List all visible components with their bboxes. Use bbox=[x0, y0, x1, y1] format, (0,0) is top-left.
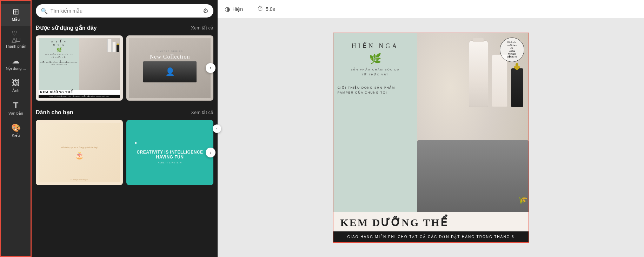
canvas-right-panel: 🌾 Dành chongười bạnđã:HOÀNTHÀNHVIỆC KHÓ bbox=[417, 33, 529, 212]
for-you-section-title: Dành cho bạn bbox=[36, 109, 73, 116]
canvas-footer: GIAO HÀNG MIỄN PHÍ CHO TẤT CẢ CÁC ĐƠN ĐẶ… bbox=[333, 231, 529, 242]
card1-intro: GIỚI THIỆU DÒNG SẢN PHẨM PAMPER CỦA CHÚN… bbox=[40, 61, 78, 66]
search-input[interactable] bbox=[51, 8, 200, 14]
card3-text: Wishing you a happy birthday! bbox=[60, 146, 98, 149]
design-canvas[interactable]: HIỂN NGA 🌿 SẢN PHẨM CHĂM SÓC DA TỪ THỰC … bbox=[333, 33, 529, 243]
template-card-creativity[interactable]: " CREATIVITY IS INTELLIGENCE HAVING FUN … bbox=[126, 120, 213, 185]
upload-icon: ☁ bbox=[12, 57, 20, 65]
template-card-new-collection[interactable]: LIMITED SERIES New Collection 👤 SPRING /… bbox=[126, 35, 213, 101]
components-icon: ♡△□ bbox=[12, 30, 20, 43]
template-card-birthday[interactable]: Wishing you a happy birthday! 🎂 I'll alw… bbox=[36, 120, 123, 185]
main-area: ◑ Hiện ⏱ 5.0s HIỂN NGA 🌿 SẢN PHẨM CHĂM bbox=[218, 0, 644, 257]
recent-carousel-next[interactable]: › bbox=[206, 63, 215, 73]
card2-footer: SPRING / SUMMER 2024 bbox=[154, 84, 186, 86]
duration-label: 5.0s bbox=[266, 6, 275, 12]
canvas-left-panel: HIỂN NGA 🌿 SẢN PHẨM CHĂM SÓC DA TỪ THỰC … bbox=[333, 33, 417, 212]
sidebar-item-anh[interactable]: 🖼 Ảnh bbox=[1, 75, 31, 97]
card1-product-name: KEM DƯỠNG THỂ bbox=[40, 90, 119, 94]
style-icon: 🎨 bbox=[11, 124, 21, 132]
for-you-section-header: Dành cho bạn Xem tất cả bbox=[36, 109, 213, 116]
canvas-bottle-tall bbox=[469, 40, 488, 107]
for-you-section: Dành cho bạn Xem tất cả Wishing you a ha… bbox=[36, 108, 213, 192]
canvas-brand-name: HIỂN NGA bbox=[352, 42, 399, 50]
canvas-area: HIỂN NGA 🌿 SẢN PHẨM CHĂM SÓC DA TỪ THỰC … bbox=[218, 18, 644, 257]
panel-collapse-button[interactable]: ‹ bbox=[213, 124, 218, 133]
canvas-product-section: KEM DƯỠNG THỂ bbox=[333, 212, 529, 231]
grid-icon: ⊞ bbox=[13, 8, 19, 16]
canvas-stamp-text: Dành chongười bạnđã:HOÀNTHÀNHVIỆC KHÓ bbox=[505, 39, 518, 60]
card4-author: ALBERT EINSTEIN bbox=[158, 162, 181, 164]
card4-quote-mark: " bbox=[135, 141, 138, 149]
canvas-product-name: KEM DƯỠNG THỂ bbox=[340, 216, 522, 229]
card2-title: New Collection bbox=[150, 54, 190, 60]
recent-template-grid: H I Ể NN G A 🌿 SẢN PHẨM CHĂM SÓC DATỪ TH… bbox=[36, 35, 213, 101]
recent-section: Được sử dụng gần đây Xem tất cả H I Ể NN… bbox=[36, 23, 213, 108]
search-icon: 🔍 bbox=[41, 8, 48, 14]
sidebar-item-kieu[interactable]: 🎨 Kiểu bbox=[1, 120, 31, 142]
preview-icon: ◑ bbox=[225, 5, 230, 13]
sidebar-item-noi-dung[interactable]: ☁ Nội dung ... bbox=[1, 53, 31, 75]
timer-icon: ⏱ bbox=[257, 5, 264, 13]
template-card-hien-nga[interactable]: H I Ể NN G A 🌿 SẢN PHẨM CHĂM SÓC DATỪ TH… bbox=[36, 35, 123, 101]
canvas-stamp: Dành chongười bạnđã:HOÀNTHÀNHVIỆC KHÓ bbox=[500, 38, 524, 62]
recent-section-header: Được sử dụng gần đây Xem tất cả bbox=[36, 25, 213, 31]
sidebar-item-label-noi-dung: Nội dung ... bbox=[6, 66, 26, 71]
toolbar-duration[interactable]: ⏱ 5.0s bbox=[257, 5, 275, 13]
canvas-footer-text: GIAO HÀNG MIỄN PHÍ CHO TẤT CẢ CÁC ĐƠN ĐẶ… bbox=[340, 235, 522, 239]
sidebar-item-label-mau: Mẫu bbox=[12, 17, 20, 22]
image-icon: 🖼 bbox=[12, 79, 20, 87]
canvas-bottle-dark bbox=[511, 68, 523, 107]
toolbar-preview[interactable]: ◑ Hiện bbox=[225, 5, 243, 13]
sidebar-item-label-van-ban: Văn bản bbox=[8, 111, 23, 116]
card1-subtitle: SẢN PHẨM CHĂM SÓC DATỪ THỰC VẬT bbox=[45, 53, 73, 59]
card4-quote-text: CREATIVITY IS INTELLIGENCE HAVING FUN bbox=[133, 150, 206, 160]
text-icon: T bbox=[13, 101, 19, 110]
canvas-plant-icon: 🌿 bbox=[369, 53, 381, 65]
canvas-intro-text: GIỚI THIỆU DÒNG SẢN PHẨMPAMPER CỦA CHÚNG… bbox=[338, 85, 413, 95]
canvas-bottle-medium bbox=[492, 54, 507, 107]
recent-view-all-link[interactable]: Xem tất cả bbox=[191, 25, 213, 31]
sidebar-item-label-kieu: Kiểu bbox=[12, 133, 20, 138]
for-you-template-grid: Wishing you a happy birthday! 🎂 I'll alw… bbox=[36, 120, 213, 185]
card1-brand: H I Ể NN G A bbox=[45, 40, 73, 47]
sidebar-item-mau[interactable]: ⊞ Mẫu bbox=[1, 4, 31, 26]
filter-icon[interactable]: ⚙ bbox=[203, 7, 208, 15]
preview-label: Hiện bbox=[232, 6, 243, 12]
card3-sub: I'll always here for you bbox=[71, 178, 88, 181]
recent-section-title: Được sử dụng gần đây bbox=[36, 25, 97, 31]
card1-footer: GIAO HÀNG MIỄN PHÍ CHO TẤT CẢ CÁC ĐƠN ĐẶ… bbox=[40, 95, 119, 97]
card2-badge: LIMITED SERIES bbox=[157, 50, 183, 52]
sidebar-item-thanh-phan[interactable]: ♡△□ Thành phần bbox=[1, 26, 31, 53]
for-you-view-all-link[interactable]: Xem tất cả bbox=[191, 110, 213, 115]
sidebar: ⊞ Mẫu ♡△□ Thành phần ☁ Nội dung ... 🖼 Ản… bbox=[0, 0, 32, 257]
top-toolbar: ◑ Hiện ⏱ 5.0s bbox=[218, 0, 644, 18]
templates-panel: 🔍 ⚙ Được sử dụng gần đây Xem tất cả H I … bbox=[32, 0, 218, 257]
for-you-carousel-next[interactable]: › bbox=[206, 148, 215, 157]
sidebar-item-label-anh: Ảnh bbox=[12, 88, 19, 93]
toolbar-divider bbox=[250, 5, 250, 13]
sidebar-item-van-ban[interactable]: T Văn bản bbox=[1, 97, 31, 120]
sidebar-item-label-thanh-phan: Thành phần bbox=[5, 44, 26, 49]
canvas-brand-sub: SẢN PHẨM CHĂM SÓC DA TỪ THỰC VẬT bbox=[351, 67, 400, 77]
search-bar: 🔍 ⚙ bbox=[36, 4, 213, 18]
canvas-shelf bbox=[417, 140, 529, 212]
